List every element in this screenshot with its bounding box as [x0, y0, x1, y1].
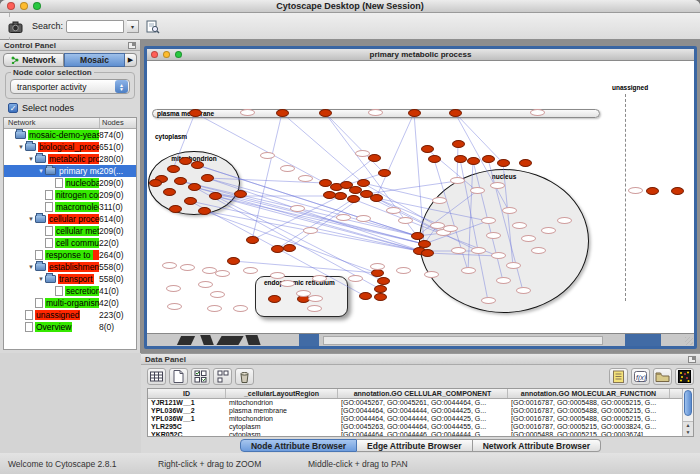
selected-gene-node[interactable] [371, 269, 384, 277]
table-column-header[interactable]: annotation.GO CELLULAR_COMPONENT [338, 389, 508, 398]
table-cell[interactable]: cytoplasm [226, 423, 338, 431]
selected-gene-node[interactable] [377, 277, 390, 285]
tree-row[interactable]: mosaic-demo-yeast874(0) [4, 129, 136, 141]
network-window-titlebar[interactable]: primary metabolic process [147, 49, 694, 61]
selected-gene-node[interactable] [167, 165, 180, 173]
selected-gene-node[interactable] [454, 155, 467, 163]
search-options-icon[interactable] [141, 16, 163, 36]
gene-node[interactable] [307, 305, 322, 312]
gene-node[interactable] [260, 152, 275, 159]
table-row[interactable]: YKR052Ccytoplasm[GO:0044464, GO:0044446,… [148, 431, 682, 436]
table-cell[interactable]: [GO:0016787, GO:0005488, GO:0005215, G..… [508, 415, 670, 423]
selected-gene-node[interactable] [198, 207, 211, 215]
tree-row[interactable]: ▼establishment of lo558(0) [4, 261, 136, 273]
tree-row[interactable]: nitrogen compo209(0) [4, 189, 136, 201]
selected-gene-node[interactable] [227, 257, 240, 265]
gene-node[interactable] [398, 217, 413, 224]
tab-overflow-button[interactable]: ▶ [125, 53, 137, 67]
import-attributes-icon[interactable] [653, 368, 672, 385]
selected-gene-node[interactable] [347, 195, 360, 203]
gene-node[interactable] [162, 262, 177, 269]
table-cell[interactable]: [GO:0044464, GO:0044446, GO:0044444, G..… [338, 431, 508, 436]
table-row[interactable]: YLR295Ccytoplasm[GO:0045263, GO:0044464,… [148, 423, 682, 431]
gene-node[interactable] [443, 225, 458, 232]
expand-triangle-icon[interactable]: ▼ [27, 156, 35, 162]
table-cell[interactable]: YPL036W__1 [148, 415, 226, 423]
gene-node[interactable] [521, 235, 536, 242]
selected-gene-node[interactable] [467, 157, 480, 165]
table-cell[interactable]: [GO:0005488, GO:0005215, GO:0003674] [508, 431, 670, 436]
network-canvas[interactable]: plasma membranecytoplasmmitochondrionnuc… [147, 61, 694, 333]
gene-node[interactable] [471, 247, 486, 254]
graph-edge[interactable] [252, 113, 282, 240]
gene-node[interactable] [370, 263, 385, 270]
gene-node[interactable] [541, 227, 556, 234]
gene-node[interactable] [531, 247, 546, 254]
graph-edge[interactable] [195, 113, 325, 183]
table-cell[interactable]: [GO:0044464, GO:0044444, GO:0044425, G..… [338, 415, 508, 423]
gene-node[interactable] [303, 227, 318, 234]
gene-node[interactable] [491, 252, 506, 259]
selected-gene-node[interactable] [408, 109, 421, 117]
table-cell[interactable]: mitochondrion [226, 415, 338, 423]
selected-gene-node[interactable] [188, 183, 201, 191]
selected-gene-node[interactable] [163, 188, 176, 196]
gene-node[interactable] [270, 272, 285, 279]
selected-gene-node[interactable] [209, 192, 222, 200]
gene-node[interactable] [557, 217, 572, 224]
annotation-notepad-icon[interactable] [609, 368, 628, 385]
table-column-header[interactable]: annotation.GO MOLECULAR_FUNCTION [508, 389, 670, 398]
tree-row[interactable]: ▼metabolic process280(0) [4, 153, 136, 165]
table-cell[interactable]: cytoplasm [226, 431, 338, 436]
gene-node[interactable] [530, 109, 545, 116]
tree-row[interactable]: cellular metabol209(0) [4, 225, 136, 237]
graph-edge[interactable] [325, 113, 384, 173]
gene-node[interactable] [298, 175, 313, 182]
gene-node[interactable] [243, 267, 258, 274]
selected-gene-node[interactable] [234, 190, 247, 198]
selected-gene-node[interactable] [519, 159, 532, 167]
table-cell[interactable]: YJR121W__1 [148, 399, 226, 407]
selected-gene-node[interactable] [359, 292, 372, 300]
tree-row[interactable]: ▼biological_process651(0) [4, 141, 136, 153]
gene-node[interactable] [481, 217, 496, 224]
tree-row[interactable]: multi-organism pro42(0) [4, 297, 136, 309]
tree-header[interactable]: Network Nodes [4, 118, 136, 129]
gene-node[interactable] [461, 267, 476, 274]
selected-gene-node[interactable] [497, 159, 510, 167]
gene-node[interactable] [486, 232, 501, 239]
table-row[interactable]: YPL036W__1mitochondrion[GO:0044464, GO:0… [148, 415, 682, 423]
gene-node[interactable] [356, 215, 371, 222]
gene-node[interactable] [450, 177, 465, 184]
tab-node-attribute-browser[interactable]: Node Attribute Browser [240, 439, 357, 452]
table-cell[interactable]: plasma membrane [226, 407, 338, 415]
tree-row[interactable]: nucleobase-209(0) [4, 177, 136, 189]
selected-gene-node[interactable] [283, 244, 296, 252]
tab-network-attribute-browser[interactable]: Network Attribute Browser [473, 439, 601, 452]
gene-node[interactable] [355, 150, 370, 157]
tab-network[interactable]: Network [3, 53, 64, 67]
selected-gene-node[interactable] [246, 236, 259, 244]
gene-node[interactable] [280, 280, 295, 287]
selected-gene-node[interactable] [189, 109, 202, 117]
selected-gene-node[interactable] [357, 179, 370, 187]
gene-node[interactable] [516, 287, 531, 294]
gene-node[interactable] [240, 109, 255, 116]
tree-row[interactable]: cell communicat22(0) [4, 237, 136, 249]
create-attribute-icon[interactable] [169, 368, 188, 385]
gene-node[interactable] [368, 109, 383, 116]
selected-gene-node[interactable] [452, 140, 465, 148]
table-cell[interactable]: YPL036W__2 [148, 407, 226, 415]
selected-gene-node[interactable] [374, 285, 387, 293]
node-color-combo[interactable]: transporter activity ▲▼ [10, 79, 130, 94]
expand-triangle-icon[interactable]: ▼ [17, 144, 25, 150]
table-cell[interactable]: YKR052C [148, 431, 226, 436]
gene-node[interactable] [336, 214, 351, 221]
expand-triangle-icon[interactable]: ▼ [37, 276, 45, 282]
selected-gene-node[interactable] [449, 109, 462, 117]
tree-row[interactable]: ▼transport558(0) [4, 273, 136, 285]
delete-attribute-icon[interactable] [235, 368, 254, 385]
table-row[interactable]: YJR121W__1mitochondrion[GO:0045267, GO:0… [148, 399, 682, 407]
gene-node[interactable] [348, 275, 363, 282]
scrollbar-arrows-icon[interactable]: ▲▼ [683, 421, 693, 436]
